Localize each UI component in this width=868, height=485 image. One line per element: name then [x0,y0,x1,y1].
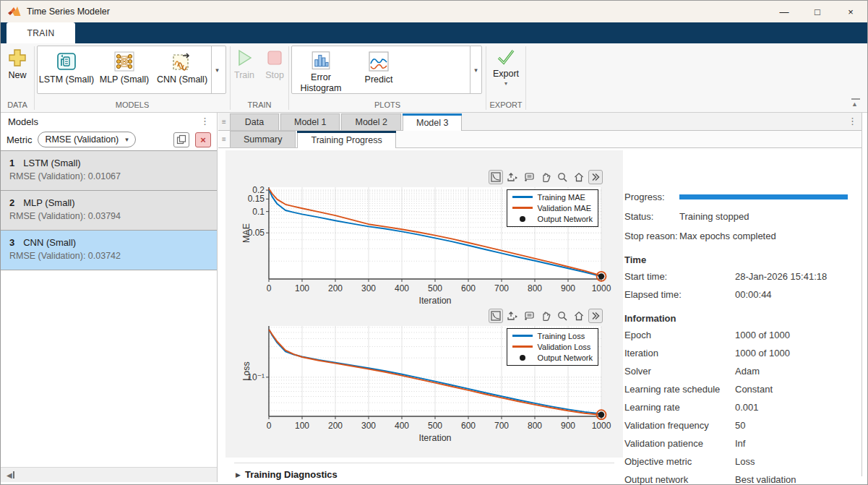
stop-reason-label: Stop reason: [624,231,679,241]
svg-text:0: 0 [267,421,272,431]
collapse-panel-icon: ◀ [7,471,12,479]
new-plus-icon [8,48,27,67]
svg-text:700: 700 [494,283,509,293]
stop-square-icon [265,48,284,67]
gallery-item-lstm[interactable]: LSTM (Small) [38,46,95,93]
start-time-value: 28-Jan-2026 15:41:18 [735,271,827,282]
maximize-button[interactable]: □ [801,1,834,22]
log-scale-button[interactable] [489,170,503,184]
ribbon-group-models: LSTM (Small) [35,43,230,112]
training-progress-content: 010020030040050060070080090010000.20.150… [218,147,861,476]
tab-train[interactable]: TRAIN [7,22,75,43]
svg-text:1000: 1000 [592,421,611,431]
expander-icon: ▶ [236,471,241,478]
mlp-model-icon [113,51,135,72]
plots-gallery-dropdown[interactable]: ▾ [470,46,481,93]
svg-text:100: 100 [295,283,309,293]
restore-view-button[interactable] [572,309,586,323]
collapse-ribbon-icon: ▲ [851,100,858,108]
new-button[interactable]: New [1,43,34,80]
tab-model-2[interactable]: Model 2 [341,113,400,130]
svg-text:100: 100 [295,421,309,431]
export-button[interactable]: Export ▾ [488,43,524,87]
information-section-title: Information [624,313,863,324]
models-gallery-dropdown[interactable]: ▾ [211,46,223,93]
zoom-button[interactable] [555,170,570,184]
mae-chart: 010020030040050060070080090010000.20.150… [240,169,605,312]
model-card-1[interactable]: 1LSTM (Small) RMSE (Validation): 0.01067 [1,151,217,191]
model-card-2[interactable]: 2MLP (Small) RMSE (Validation): 0.03794 [1,191,217,231]
train-play-icon [235,48,254,67]
lstm-model-icon [56,51,77,72]
predict-icon [368,51,390,72]
app-window: Time Series Modeler — □ × TRAIN New DATA [0,0,868,485]
window-title: Time Series Modeler [27,7,110,17]
tab-model-3[interactable]: Model 3 [403,113,462,131]
restore-view-button[interactable] [572,170,586,184]
zoom-button[interactable] [555,309,570,323]
minimize-button[interactable]: — [768,1,801,22]
duplicate-model-button[interactable] [173,132,189,147]
plots-gallery: Error Histogram Predict ▾ [291,46,482,94]
gallery-item-error-histogram[interactable]: Error Histogram [292,46,350,93]
models-panel-menu-icon[interactable]: ⋮ [200,116,210,126]
training-info-panel: Progress: Status: Training stopped Stop … [624,192,863,485]
data-tips-button[interactable] [522,309,536,323]
ribbon-group-export: Export ▾ EXPORT [486,43,525,112]
legend-entry: Output Network [512,352,593,363]
subtab-summary[interactable]: Summary [230,131,296,147]
more-tools-button[interactable] [588,309,603,323]
metric-dropdown[interactable]: RMSE (Validation) ▾ [38,132,135,147]
svg-text:400: 400 [395,283,409,293]
progress-bar [679,194,848,199]
title-bar: Time Series Modeler — □ × [1,1,867,22]
chevron-down-icon: ▾ [125,136,129,143]
document-tab-menu-icon[interactable]: ⋮ [848,116,857,126]
mae-chart-toolbar [240,169,605,185]
subtab-training-progress[interactable]: Training Progress [297,131,395,148]
export-plot-button[interactable] [505,309,520,323]
metric-label: Metric [7,134,32,145]
tab-data[interactable]: Data [230,113,279,130]
model-card-3[interactable]: 3CNN (Small) RMSE (Validation): 0.03742 [1,231,217,270]
stop-button[interactable]: Stop [262,43,288,80]
svg-text:Iteration: Iteration [418,296,451,306]
copy-icon [176,134,186,145]
training-diagnostics-section[interactable]: ▶ Training Diagnostics [234,463,614,480]
svg-text:200: 200 [328,283,343,293]
data-tips-button[interactable] [522,170,536,184]
gallery-item-mlp[interactable]: MLP (Small) [95,46,153,93]
loss-chart: 0100200300400500600700800900100010⁻¹Iter… [240,308,605,451]
pan-button[interactable] [538,170,553,184]
group-label-data: DATA [1,100,34,112]
train-button[interactable]: Train [231,43,257,80]
svg-text:300: 300 [361,283,376,293]
gallery-item-cnn[interactable]: CNN (Small) [153,46,211,93]
svg-text:900: 900 [561,421,575,431]
tab-bar-grip-icon[interactable]: ≡ [218,118,230,126]
models-panel-title: Models [8,115,200,127]
legend-entry: Output Network [512,213,593,224]
svg-text:MAE: MAE [241,223,252,243]
export-plot-button[interactable] [505,170,520,184]
ribbon-group-train: Train Stop TRAIN [231,43,288,112]
collapse-panel-button[interactable]: ◀ [7,471,14,479]
svg-text:0.15: 0.15 [248,194,265,204]
elapsed-time-label: Elapsed time: [624,289,735,300]
svg-text:900: 900 [561,283,575,293]
loss-legend: Training LossValidation LossOutput Netwo… [507,328,598,366]
subtab-bar-grip-icon[interactable]: ≡ [218,135,230,143]
export-dropdown-arrow[interactable]: ▾ [504,80,507,87]
status-label: Status: [624,211,679,222]
close-button[interactable]: × [834,1,867,22]
delete-x-icon: × [200,134,206,145]
pan-button[interactable] [538,309,553,323]
tab-model-1[interactable]: Model 1 [280,113,340,130]
panel-bottom-bar: ◀ [1,467,217,482]
more-tools-button[interactable] [588,170,603,184]
delete-model-button[interactable]: × [195,132,211,147]
collapse-ribbon-button[interactable]: ▲ [851,98,860,108]
svg-text:600: 600 [461,283,476,293]
gallery-item-predict[interactable]: Predict [350,46,408,93]
log-scale-button[interactable] [489,309,503,323]
